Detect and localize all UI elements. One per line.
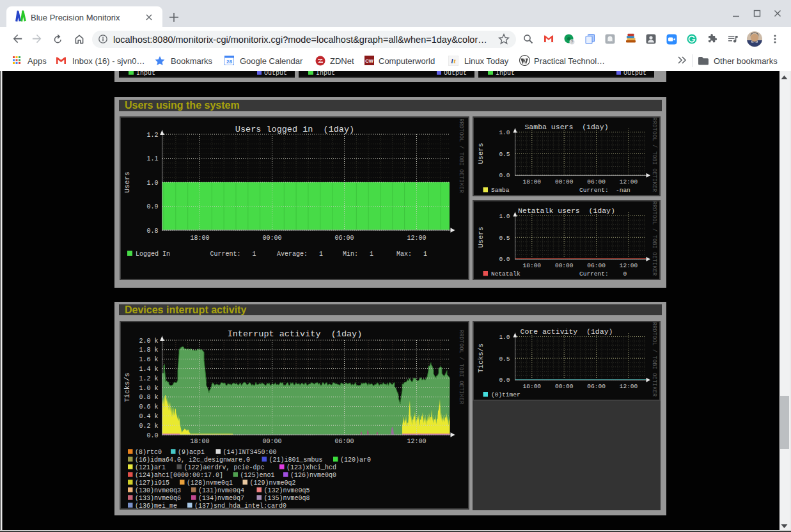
svg-text:0.0: 0.0 xyxy=(499,256,510,263)
svg-text:0.8: 0.8 xyxy=(146,227,158,234)
svg-text:1.6 k: 1.6 k xyxy=(139,356,158,363)
svg-text:18:00: 18:00 xyxy=(190,235,209,242)
svg-text:Current: 1: Current: 1 xyxy=(210,250,256,257)
svg-text:Current: -nan: Current: -nan xyxy=(579,187,630,194)
svg-text:0.4 k: 0.4 k xyxy=(139,413,158,420)
svg-text:(16)idma64.0, i2c_designware.0: (16)idma64.0, i2c_designware.0 xyxy=(135,456,250,463)
svg-text:0.8 k: 0.8 k xyxy=(139,394,158,401)
svg-text:0.9: 0.9 xyxy=(146,203,158,210)
svg-text:1.0 k: 1.0 k xyxy=(139,384,158,391)
svg-text:(137)snd_hda_intel:card0: (137)snd_hda_intel:card0 xyxy=(194,502,286,509)
svg-text:2.0 k: 2.0 k xyxy=(139,337,158,344)
svg-text:RRDTOOL / TOBI OETIKER: RRDTOOL / TOBI OETIKER xyxy=(458,118,464,193)
svg-text:00:00: 00:00 xyxy=(555,178,574,185)
svg-text:18:00: 18:00 xyxy=(190,438,209,445)
svg-text:(135)nvme0q8: (135)nvme0q8 xyxy=(264,494,310,501)
svg-text:Average: 1: Average: 1 xyxy=(277,250,323,257)
svg-text:Ticks/s: Ticks/s xyxy=(123,372,131,402)
svg-text:0.5: 0.5 xyxy=(499,150,510,157)
svg-text:12:00: 12:00 xyxy=(620,262,638,269)
svg-text:Netatalk users (1day): Netatalk users (1day) xyxy=(518,206,615,214)
svg-text:18:00: 18:00 xyxy=(523,262,542,269)
svg-text:Interrupt activity (1day): Interrupt activity (1day) xyxy=(228,329,363,339)
svg-text:06:00: 06:00 xyxy=(587,382,606,389)
svg-text:18:00: 18:00 xyxy=(523,178,542,185)
svg-text:RRDTOOL / TOBI OETIKER: RRDTOOL / TOBI OETIKER xyxy=(458,329,464,404)
svg-text:(122)aerdrv, pcie-dpc: (122)aerdrv, pcie-dpc xyxy=(184,464,265,471)
svg-text:Samba: Samba xyxy=(491,187,510,194)
svg-text:(14)INT3450:00: (14)INT3450:00 xyxy=(223,448,277,455)
svg-text:(123)xhci_hcd: (123)xhci_hcd xyxy=(286,464,336,471)
svg-text:12:00: 12:00 xyxy=(620,178,638,185)
svg-text:12:00: 12:00 xyxy=(407,438,426,445)
svg-text:Users: Users xyxy=(477,226,485,247)
svg-text:CW: CW xyxy=(365,58,373,64)
svg-text:1.0: 1.0 xyxy=(499,129,510,136)
svg-text:0.5: 0.5 xyxy=(499,234,510,241)
svg-text:Users logged in (1day): Users logged in (1day) xyxy=(235,125,354,134)
svg-text:0.2 k: 0.2 k xyxy=(139,422,158,429)
svg-text:Current: 0: Current: 0 xyxy=(579,270,627,278)
svg-text:(129)nvme0q2: (129)nvme0q2 xyxy=(250,479,296,486)
svg-text:(121)ar1: (121)ar1 xyxy=(135,464,166,471)
svg-text:0.0: 0.0 xyxy=(146,432,158,439)
svg-text:(128)nvme0q1: (128)nvme0q1 xyxy=(187,479,233,486)
svg-text:RRDTOOL / TOBI OETIKER: RRDTOOL / TOBI OETIKER xyxy=(651,322,657,396)
svg-text:00:00: 00:00 xyxy=(262,438,281,445)
svg-text:06:00: 06:00 xyxy=(334,438,354,445)
svg-text:Core activity (1day): Core activity (1day) xyxy=(521,327,613,335)
svg-text:1.4 k: 1.4 k xyxy=(139,366,158,373)
svg-text:00:00: 00:00 xyxy=(555,262,574,269)
svg-text:0.0: 0.0 xyxy=(499,377,510,384)
svg-text:06:00: 06:00 xyxy=(334,235,354,242)
svg-text:Logged In: Logged In xyxy=(136,250,170,257)
svg-text:Users: Users xyxy=(123,171,131,192)
svg-text:Users: Users xyxy=(477,143,485,164)
svg-text:(8)rtc0: (8)rtc0 xyxy=(135,448,162,455)
svg-text:1.2 k: 1.2 k xyxy=(139,375,158,382)
svg-text:1.2: 1.2 xyxy=(146,131,158,138)
svg-text:Input: Input xyxy=(316,71,335,77)
svg-text:(134)nvme0q7: (134)nvme0q7 xyxy=(198,494,244,501)
svg-text:06:00: 06:00 xyxy=(587,262,606,269)
svg-text:(124)ahci[0000:00:17.0]: (124)ahci[0000:00:17.0] xyxy=(135,471,223,478)
svg-text:Output: Output xyxy=(623,71,646,77)
svg-text:18:00: 18:00 xyxy=(523,382,542,389)
svg-text:Input: Input xyxy=(496,71,515,77)
svg-text:(21)i801_smbus: (21)i801_smbus xyxy=(269,456,323,463)
svg-text:0.6 k: 0.6 k xyxy=(139,403,158,411)
svg-text:RRDTOOL / TOBI OETIKER: RRDTOOL / TOBI OETIKER xyxy=(651,201,657,276)
svg-text:(0)timer: (0)timer xyxy=(491,391,521,398)
svg-text:Output: Output xyxy=(444,71,467,77)
svg-text:12:00: 12:00 xyxy=(407,235,426,242)
svg-text:00:00: 00:00 xyxy=(555,382,574,389)
svg-text:(9)acpi: (9)acpi xyxy=(178,448,205,455)
svg-text:Samba users (1day): Samba users (1day) xyxy=(524,122,608,130)
svg-text:(136)mei_me: (136)mei_me xyxy=(135,502,177,509)
svg-text:0.5: 0.5 xyxy=(499,355,510,362)
svg-text:Max: 1: Max: 1 xyxy=(396,250,427,257)
svg-text:1.0: 1.0 xyxy=(499,333,510,340)
svg-text:06:00: 06:00 xyxy=(587,178,606,185)
svg-text:28: 28 xyxy=(226,59,232,65)
svg-text:0.0: 0.0 xyxy=(499,172,510,179)
svg-text:1.0: 1.0 xyxy=(499,212,510,219)
svg-text:Min: 1: Min: 1 xyxy=(343,250,373,257)
svg-text:12:00: 12:00 xyxy=(620,382,638,389)
svg-text:(126)nvme0q0: (126)nvme0q0 xyxy=(290,471,336,478)
svg-text:Output: Output xyxy=(264,71,287,77)
svg-text:(133)nvme0q6: (133)nvme0q6 xyxy=(135,494,181,501)
svg-text:(125)eno1: (125)eno1 xyxy=(240,471,275,478)
svg-text:Netatalk: Netatalk xyxy=(491,270,521,278)
svg-text:(132)nvme0q5: (132)nvme0q5 xyxy=(264,487,310,494)
svg-text:Input: Input xyxy=(136,71,155,77)
svg-text:(120)ar0: (120)ar0 xyxy=(340,456,371,463)
svg-text:(127)i915: (127)i915 xyxy=(135,479,169,486)
svg-text:?: ? xyxy=(571,40,574,44)
svg-text:(131)nvme0q4: (131)nvme0q4 xyxy=(198,487,244,494)
svg-text:Ticks/s: Ticks/s xyxy=(477,343,485,372)
svg-text:1.8 k: 1.8 k xyxy=(139,347,158,354)
svg-text:1.1: 1.1 xyxy=(146,155,158,162)
svg-text:00:00: 00:00 xyxy=(262,235,281,242)
svg-text:RRDTOOL / TOBI OETIKER: RRDTOOL / TOBI OETIKER xyxy=(651,117,657,192)
